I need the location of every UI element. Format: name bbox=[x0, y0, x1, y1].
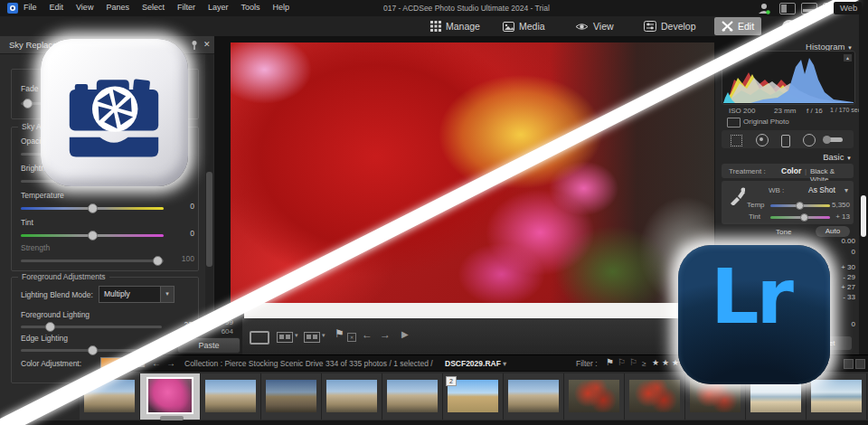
strength-slider[interactable] bbox=[21, 260, 164, 262]
survey-caret[interactable]: ▾ bbox=[322, 332, 326, 339]
highlight-clipping-icon[interactable]: ▲ bbox=[844, 54, 852, 61]
media-photo-icon bbox=[503, 22, 514, 32]
basic-panel-header[interactable]: Basic ▼ bbox=[765, 152, 852, 162]
filter-flag-rejected-icon[interactable]: ⚐ bbox=[629, 357, 637, 367]
tab-media[interactable]: Media bbox=[503, 19, 545, 33]
edge-lighting-handle[interactable] bbox=[88, 345, 98, 355]
wb-eyedropper-icon[interactable] bbox=[729, 185, 745, 205]
treatment-color-button[interactable]: Color bbox=[781, 166, 801, 175]
close-icon[interactable]: ✕ bbox=[203, 40, 211, 49]
temperature-slider[interactable] bbox=[21, 207, 164, 210]
go-back-icon[interactable]: ← bbox=[152, 358, 161, 368]
foreground-lighting-handle[interactable] bbox=[45, 322, 55, 332]
filmstrip-thumbnail[interactable] bbox=[261, 373, 322, 420]
graduated-filter-icon[interactable] bbox=[781, 135, 790, 147]
slideshow-play-icon[interactable]: ▶ bbox=[401, 329, 409, 339]
compare-view-icon[interactable] bbox=[277, 332, 293, 343]
paste-button[interactable]: Paste bbox=[177, 337, 241, 354]
thumbnail-image bbox=[84, 380, 135, 412]
histogram-box[interactable]: ▲ bbox=[722, 51, 855, 105]
filmstrip-thumbnail[interactable] bbox=[504, 373, 564, 420]
filmstrip-thumbnail[interactable] bbox=[140, 373, 201, 420]
loupe-view-icon[interactable] bbox=[250, 331, 269, 345]
pane-layout-bottom-icon[interactable] bbox=[801, 3, 817, 14]
exif-aperture: f / 16 bbox=[807, 107, 823, 115]
blend-mode-select[interactable]: Multiply bbox=[99, 286, 162, 303]
compare-caret[interactable]: ▾ bbox=[295, 332, 298, 339]
temp-handle[interactable] bbox=[796, 202, 804, 210]
menu-select[interactable]: Select bbox=[142, 3, 165, 12]
blend-mode-dropdown-arrow[interactable]: ▾ bbox=[160, 286, 175, 303]
lr-tint-slider[interactable] bbox=[770, 216, 830, 219]
auto-button[interactable]: Auto bbox=[816, 226, 850, 237]
brush-tool-icon[interactable] bbox=[826, 137, 843, 142]
flag-pick-icon[interactable]: ⚑ bbox=[335, 327, 344, 340]
filmstrip-scroll-track[interactable] bbox=[0, 420, 868, 425]
filmstrip-thumbnail[interactable] bbox=[201, 373, 261, 420]
tone-label: Tone bbox=[776, 228, 791, 236]
lr-toolbar: ▾ ▾ ⚑ ✕ ← → ▶ bbox=[242, 318, 714, 354]
next-photo-icon[interactable]: → bbox=[380, 328, 391, 341]
filename-caret[interactable]: ▾ bbox=[503, 359, 506, 368]
collection-breadcrumb[interactable]: Collection : Pierce Stocking Scenic Driv… bbox=[184, 359, 324, 368]
foreground-lighting-slider[interactable] bbox=[21, 326, 162, 328]
wb-dropdown-caret[interactable]: ▾ bbox=[844, 186, 848, 194]
heal-tool-icon[interactable] bbox=[756, 134, 769, 146]
filmstrip-thumbnail[interactable] bbox=[322, 373, 382, 420]
previous-photo-icon[interactable]: ← bbox=[362, 328, 373, 341]
filmstrip-thumbnail[interactable] bbox=[564, 373, 625, 420]
filter-flag-unflagged-icon[interactable]: ⚐ bbox=[618, 357, 626, 367]
tab-view[interactable]: View bbox=[575, 19, 614, 33]
filmstrip-thumbnail[interactable] bbox=[625, 373, 685, 420]
edge-lighting-slider[interactable] bbox=[21, 349, 162, 352]
filter-star-3[interactable]: ★ bbox=[672, 358, 679, 367]
filter-star-1[interactable]: ★ bbox=[652, 358, 659, 367]
wb-value[interactable]: As Shot bbox=[808, 185, 835, 194]
tint-slider[interactable] bbox=[21, 234, 164, 237]
thumbnail-image bbox=[690, 380, 741, 412]
user-account-icon[interactable] bbox=[758, 2, 770, 14]
tab-edit-active[interactable]: Edit bbox=[714, 17, 761, 35]
filmstrip-option-icon[interactable] bbox=[855, 359, 865, 369]
temp-slider[interactable] bbox=[770, 204, 830, 207]
menu-layer[interactable]: Layer bbox=[208, 3, 229, 12]
grid-view-icon[interactable]: ▦ bbox=[137, 359, 146, 368]
panel-scrollbar-thumb[interactable] bbox=[206, 172, 212, 267]
menu-edit[interactable]: Edit bbox=[50, 3, 64, 12]
menu-help[interactable]: Help bbox=[272, 3, 289, 12]
filter-flag-picked-icon[interactable]: ⚑ bbox=[606, 357, 614, 367]
original-photo-icon bbox=[727, 118, 741, 128]
temperature-handle[interactable] bbox=[88, 203, 98, 213]
filmstrip-scroll-thumb[interactable] bbox=[160, 416, 184, 420]
filter-star-2[interactable]: ★ bbox=[662, 358, 669, 367]
right-scrollbar-thumb[interactable] bbox=[861, 195, 866, 237]
survey-view-icon[interactable] bbox=[304, 332, 320, 343]
filmstrip-thumbnail[interactable] bbox=[807, 373, 867, 420]
menu-tools[interactable]: Tools bbox=[241, 3, 259, 12]
histogram-graph bbox=[723, 52, 854, 103]
menu-view[interactable]: View bbox=[76, 3, 93, 12]
pin-icon[interactable] bbox=[190, 40, 199, 50]
selected-filename[interactable]: DSCF2029.RAF bbox=[445, 359, 501, 368]
filter-gte[interactable]: ≥ bbox=[642, 359, 646, 368]
menu-panes[interactable]: Panes bbox=[106, 3, 129, 12]
tab-manage[interactable]: Manage bbox=[430, 19, 480, 33]
crop-tool-icon[interactable] bbox=[731, 135, 742, 146]
lr-tint-handle[interactable] bbox=[800, 213, 808, 222]
menu-file[interactable]: File bbox=[24, 3, 37, 12]
lr-module-web[interactable]: Web bbox=[834, 2, 862, 14]
menu-filter[interactable]: Filter bbox=[177, 3, 195, 12]
filmstrip-thumbnail[interactable] bbox=[382, 373, 443, 420]
filmstrip-option-icon[interactable] bbox=[844, 359, 854, 369]
flag-reject-icon[interactable]: ✕ bbox=[347, 333, 356, 342]
fade-edge-handle[interactable] bbox=[23, 99, 33, 109]
go-forward-icon[interactable]: → bbox=[166, 358, 175, 368]
pane-layout-left-icon[interactable] bbox=[779, 3, 796, 14]
strength-handle[interactable] bbox=[153, 256, 163, 266]
filmstrip-thumbnail[interactable]: 2 bbox=[443, 373, 504, 420]
radial-filter-icon[interactable] bbox=[803, 134, 816, 146]
tab-develop[interactable]: Develop bbox=[644, 19, 696, 33]
tint-handle[interactable] bbox=[88, 231, 98, 241]
tone-value-contrast: 0 bbox=[819, 248, 855, 256]
tab-develop-label: Develop bbox=[661, 21, 696, 32]
